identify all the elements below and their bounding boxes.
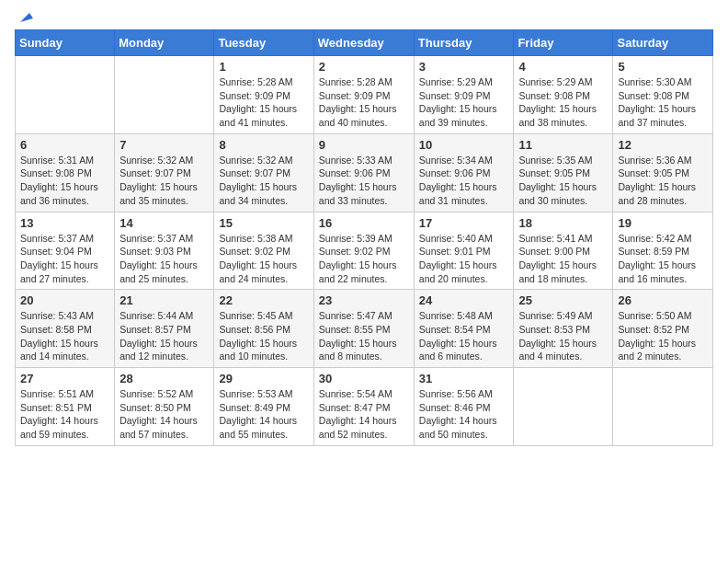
- day-info: Sunrise: 5:45 AM Sunset: 8:56 PM Dayligh…: [219, 309, 308, 363]
- calendar-cell: [613, 368, 713, 446]
- day-info: Sunrise: 5:33 AM Sunset: 9:06 PM Dayligh…: [319, 154, 409, 208]
- calendar-cell: 3Sunrise: 5:29 AM Sunset: 9:09 PM Daylig…: [414, 56, 514, 134]
- day-number: 11: [518, 138, 608, 152]
- day-info: Sunrise: 5:29 AM Sunset: 9:08 PM Dayligh…: [518, 75, 608, 130]
- day-number: 31: [419, 372, 509, 385]
- day-info: Sunrise: 5:40 AM Sunset: 9:01 PM Dayligh…: [419, 232, 509, 286]
- day-number: 16: [319, 216, 409, 230]
- day-number: 20: [20, 293, 109, 307]
- calendar-cell: 6Sunrise: 5:31 AM Sunset: 9:08 PM Daylig…: [16, 133, 115, 212]
- day-info: Sunrise: 5:37 AM Sunset: 9:03 PM Dayligh…: [119, 232, 209, 286]
- day-info: Sunrise: 5:49 AM Sunset: 8:53 PM Dayligh…: [518, 309, 608, 363]
- calendar-cell: 8Sunrise: 5:32 AM Sunset: 9:07 PM Daylig…: [214, 133, 313, 212]
- weekday-header-saturday: Saturday: [613, 30, 713, 56]
- day-number: 19: [618, 216, 708, 230]
- calendar-cell: 30Sunrise: 5:54 AM Sunset: 8:47 PM Dayli…: [313, 368, 414, 446]
- day-number: 23: [319, 293, 409, 307]
- day-number: 8: [219, 138, 308, 152]
- weekday-header-tuesday: Tuesday: [214, 30, 313, 56]
- day-number: 18: [518, 216, 608, 230]
- calendar-cell: 13Sunrise: 5:37 AM Sunset: 9:04 PM Dayli…: [16, 212, 115, 290]
- calendar-cell: 31Sunrise: 5:56 AM Sunset: 8:46 PM Dayli…: [414, 368, 514, 446]
- day-info: Sunrise: 5:54 AM Sunset: 8:47 PM Dayligh…: [319, 387, 409, 442]
- calendar-cell: 15Sunrise: 5:38 AM Sunset: 9:02 PM Dayli…: [214, 212, 313, 290]
- day-number: 15: [219, 216, 308, 230]
- calendar-cell: 29Sunrise: 5:53 AM Sunset: 8:49 PM Dayli…: [214, 368, 313, 446]
- calendar-cell: 16Sunrise: 5:39 AM Sunset: 9:02 PM Dayli…: [313, 212, 414, 290]
- calendar-cell: 1Sunrise: 5:28 AM Sunset: 9:09 PM Daylig…: [214, 56, 313, 134]
- calendar-week-row: 13Sunrise: 5:37 AM Sunset: 9:04 PM Dayli…: [16, 212, 713, 290]
- day-number: 27: [20, 372, 109, 385]
- day-number: 14: [119, 216, 209, 230]
- calendar-cell: 4Sunrise: 5:29 AM Sunset: 9:08 PM Daylig…: [514, 56, 613, 134]
- day-info: Sunrise: 5:32 AM Sunset: 9:07 PM Dayligh…: [119, 154, 209, 208]
- day-info: Sunrise: 5:52 AM Sunset: 8:50 PM Dayligh…: [119, 387, 209, 442]
- calendar-cell: 2Sunrise: 5:28 AM Sunset: 9:09 PM Daylig…: [313, 56, 414, 134]
- svg-marker-0: [20, 13, 33, 22]
- day-number: 3: [419, 60, 509, 74]
- calendar-week-row: 6Sunrise: 5:31 AM Sunset: 9:08 PM Daylig…: [16, 133, 713, 212]
- calendar-cell: 14Sunrise: 5:37 AM Sunset: 9:03 PM Dayli…: [115, 212, 214, 290]
- weekday-header-sunday: Sunday: [16, 30, 115, 56]
- calendar-cell: 26Sunrise: 5:50 AM Sunset: 8:52 PM Dayli…: [613, 290, 713, 368]
- calendar-cell: 5Sunrise: 5:30 AM Sunset: 9:08 PM Daylig…: [613, 56, 713, 134]
- day-number: 22: [219, 293, 308, 307]
- day-number: 10: [419, 138, 509, 152]
- day-info: Sunrise: 5:50 AM Sunset: 8:52 PM Dayligh…: [618, 309, 708, 363]
- day-number: 1: [219, 60, 308, 74]
- day-info: Sunrise: 5:32 AM Sunset: 9:07 PM Dayligh…: [219, 154, 308, 208]
- day-info: Sunrise: 5:35 AM Sunset: 9:05 PM Dayligh…: [518, 154, 608, 208]
- calendar-cell: 28Sunrise: 5:52 AM Sunset: 8:50 PM Dayli…: [115, 368, 214, 446]
- day-info: Sunrise: 5:51 AM Sunset: 8:51 PM Dayligh…: [20, 387, 109, 442]
- day-info: Sunrise: 5:34 AM Sunset: 9:06 PM Dayligh…: [419, 154, 509, 208]
- day-info: Sunrise: 5:31 AM Sunset: 9:08 PM Dayligh…: [20, 154, 109, 208]
- day-info: Sunrise: 5:43 AM Sunset: 8:58 PM Dayligh…: [20, 309, 109, 363]
- calendar-cell: [16, 56, 115, 134]
- day-info: Sunrise: 5:53 AM Sunset: 8:49 PM Dayligh…: [219, 387, 308, 442]
- day-number: 17: [419, 216, 509, 230]
- day-info: Sunrise: 5:38 AM Sunset: 9:02 PM Dayligh…: [219, 232, 308, 286]
- day-info: Sunrise: 5:56 AM Sunset: 8:46 PM Dayligh…: [419, 387, 509, 442]
- day-info: Sunrise: 5:28 AM Sunset: 9:09 PM Dayligh…: [219, 75, 308, 130]
- calendar-cell: 11Sunrise: 5:35 AM Sunset: 9:05 PM Dayli…: [514, 133, 613, 212]
- day-info: Sunrise: 5:44 AM Sunset: 8:57 PM Dayligh…: [119, 309, 209, 363]
- day-info: Sunrise: 5:42 AM Sunset: 8:59 PM Dayligh…: [618, 232, 708, 286]
- day-info: Sunrise: 5:39 AM Sunset: 9:02 PM Dayligh…: [319, 232, 409, 286]
- calendar-cell: 24Sunrise: 5:48 AM Sunset: 8:54 PM Dayli…: [414, 290, 514, 368]
- calendar-cell: 22Sunrise: 5:45 AM Sunset: 8:56 PM Dayli…: [214, 290, 313, 368]
- calendar-week-row: 27Sunrise: 5:51 AM Sunset: 8:51 PM Dayli…: [16, 368, 713, 446]
- calendar-cell: 23Sunrise: 5:47 AM Sunset: 8:55 PM Dayli…: [313, 290, 414, 368]
- day-number: 28: [119, 372, 209, 385]
- day-info: Sunrise: 5:48 AM Sunset: 8:54 PM Dayligh…: [419, 309, 509, 363]
- weekday-header-row: SundayMondayTuesdayWednesdayThursdayFrid…: [16, 30, 713, 56]
- day-number: 26: [618, 293, 708, 307]
- calendar-week-row: 1Sunrise: 5:28 AM Sunset: 9:09 PM Daylig…: [16, 56, 713, 134]
- day-number: 2: [319, 60, 409, 74]
- day-info: Sunrise: 5:47 AM Sunset: 8:55 PM Dayligh…: [319, 309, 409, 363]
- day-number: 4: [518, 60, 608, 74]
- day-number: 7: [119, 138, 209, 152]
- calendar-cell: 17Sunrise: 5:40 AM Sunset: 9:01 PM Dayli…: [414, 212, 514, 290]
- day-number: 30: [319, 372, 409, 385]
- calendar-table: SundayMondayTuesdayWednesdayThursdayFrid…: [15, 29, 713, 446]
- weekday-header-wednesday: Wednesday: [313, 30, 414, 56]
- calendar-cell: 9Sunrise: 5:33 AM Sunset: 9:06 PM Daylig…: [313, 133, 414, 212]
- day-number: 9: [319, 138, 409, 152]
- calendar-cell: 19Sunrise: 5:42 AM Sunset: 8:59 PM Dayli…: [613, 212, 713, 290]
- weekday-header-thursday: Thursday: [414, 30, 514, 56]
- logo: [15, 15, 33, 22]
- calendar-cell: 25Sunrise: 5:49 AM Sunset: 8:53 PM Dayli…: [514, 290, 613, 368]
- day-number: 5: [618, 60, 708, 74]
- day-info: Sunrise: 5:29 AM Sunset: 9:09 PM Dayligh…: [419, 75, 509, 130]
- calendar-cell: 21Sunrise: 5:44 AM Sunset: 8:57 PM Dayli…: [115, 290, 214, 368]
- day-number: 21: [119, 293, 209, 307]
- calendar-cell: 18Sunrise: 5:41 AM Sunset: 9:00 PM Dayli…: [514, 212, 613, 290]
- day-number: 25: [518, 293, 608, 307]
- weekday-header-monday: Monday: [115, 30, 214, 56]
- day-number: 24: [419, 293, 509, 307]
- day-info: Sunrise: 5:30 AM Sunset: 9:08 PM Dayligh…: [618, 75, 708, 130]
- day-info: Sunrise: 5:36 AM Sunset: 9:05 PM Dayligh…: [618, 154, 708, 208]
- calendar-cell: [115, 56, 214, 134]
- calendar-week-row: 20Sunrise: 5:43 AM Sunset: 8:58 PM Dayli…: [16, 290, 713, 368]
- page-header: [15, 15, 713, 22]
